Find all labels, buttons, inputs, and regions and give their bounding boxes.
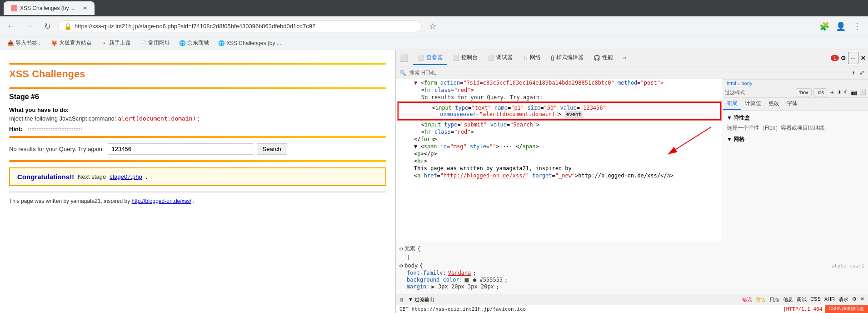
html-line-hr2[interactable]: <hr class="red">	[396, 128, 723, 136]
tab-style-editor[interactable]: {} 样式编辑器	[546, 51, 588, 65]
inspector-pick-button[interactable]: ⬜	[398, 52, 410, 64]
light-theme-button[interactable]: ☀	[837, 89, 842, 96]
trash-icon[interactable]: 🗑	[399, 297, 404, 303]
console-log-tabs: 错误 警告 日志 信息 调试 CSS XHR 请求 ⚙ ✕	[742, 296, 864, 303]
page-title: XSS Challenges	[9, 68, 386, 80]
layout-tab[interactable]: 布局	[723, 98, 741, 110]
console-settings-icon[interactable]: ⚙	[852, 296, 857, 303]
html-tree: ▼ <form action="?sid=c83c5ccf103ec164e18…	[396, 79, 723, 241]
browser-tab[interactable]: XSS Challenges (by ... ✕	[4, 1, 95, 15]
next-stage-link[interactable]: stage07.php	[110, 173, 142, 180]
html-line-span-msg[interactable]: ▼ <span id="msg" style=""> ··· </span>	[396, 143, 723, 150]
bottom-log-text: GET https://xss-quiz.int21h.jp/favicon.i…	[399, 306, 526, 312]
security-icon: 🔒	[64, 23, 72, 30]
devtools-more-button[interactable]: ···	[848, 52, 858, 64]
congrats-text: Congratulations!!	[17, 173, 74, 181]
title-orange-line	[9, 87, 386, 89]
tab-console[interactable]: ⬜ 控制台	[448, 51, 482, 65]
bookmark-xss-label: XSS Challenges (by ...	[226, 40, 281, 46]
bookmark-xss[interactable]: 🌐 XSS Challenges (by ...	[215, 39, 285, 48]
tab-close-btn[interactable]: ✕	[83, 5, 87, 11]
html-line-formclose[interactable]: </form>	[396, 136, 723, 143]
forward-button[interactable]: →	[22, 19, 36, 34]
hov-button[interactable]: :hov	[796, 88, 812, 96]
console-error-label[interactable]: 错误	[742, 296, 752, 303]
breadcrumb-html[interactable]: html	[727, 81, 736, 86]
back-button[interactable]: ←	[4, 19, 18, 34]
console-request-label[interactable]: 请求	[838, 296, 848, 303]
what-text: Inject the following JavaScript command:…	[9, 115, 386, 122]
address-bar[interactable]	[75, 23, 416, 30]
inspector-icon: ⬜	[418, 55, 424, 61]
tab-network[interactable]: ↑↓ 网络	[518, 51, 545, 65]
debugger-icon: ⬜	[488, 55, 494, 61]
dark-theme-button[interactable]: ☾	[844, 89, 849, 96]
prop-semicolon-2: ;	[504, 277, 508, 283]
changes-tab[interactable]: 更改	[765, 98, 783, 110]
bookmark-import-label: 导入书签...	[15, 39, 42, 47]
tab-performance[interactable]: 🎧 性能	[589, 51, 618, 65]
prop-fontfamily: font-family:	[407, 270, 446, 276]
html-line-hr1[interactable]: <hr class="red">	[396, 86, 723, 94]
console-close-icon[interactable]: ✕	[860, 296, 864, 303]
html-line-input[interactable]: <input type="text" name="p1" size="50" v…	[398, 102, 721, 120]
query-row: No results for your Query. Try again: Se…	[9, 143, 386, 155]
cls-button[interactable]: .cls	[813, 88, 828, 96]
console-info-label[interactable]: 信息	[783, 296, 793, 303]
screenshot-button[interactable]: 📷	[851, 89, 858, 96]
flexbox-title: ▼ 弹性盒	[727, 114, 864, 122]
bookmark-star-button[interactable]: ☆	[425, 19, 440, 34]
filter-styles-label: 过滤样式	[725, 89, 745, 96]
html-line-p[interactable]: <p></p>	[396, 150, 723, 157]
bookmark-import[interactable]: 📥 导入书签...	[4, 38, 45, 48]
add-rule-button[interactable]: ＋	[829, 88, 835, 96]
devtools-close-button[interactable]: ✕	[860, 54, 866, 62]
hr2-tag: <hr class="red">	[421, 129, 474, 135]
noresults-text: No results for your Query. Try again:	[421, 94, 543, 101]
hint-label: Hint:	[9, 126, 23, 132]
console-log-label[interactable]: 日志	[769, 296, 779, 303]
element-gear-icon[interactable]: ⚙	[399, 246, 403, 252]
network-label: 网络	[530, 54, 541, 61]
bookmark-common[interactable]: 📄 常用网址	[136, 38, 174, 48]
browser-titlebar: XSS Challenges (by ... ✕	[0, 0, 868, 16]
responsive-button[interactable]: ⬜	[859, 89, 866, 96]
html-line-anchor[interactable]: <a href="http://blogged-on.de/xss/" targ…	[396, 172, 723, 179]
mid-orange-line	[9, 136, 386, 138]
html-line-text[interactable]: No results for your Query. Try again:	[396, 94, 723, 101]
reload-button[interactable]: ↻	[40, 19, 55, 34]
devtools-search-add-button[interactable]: ＋	[851, 69, 857, 77]
extensions-button[interactable]: 🧩	[817, 19, 832, 34]
bookmark-common-label: 常用网址	[148, 39, 170, 47]
devtools-expand-button[interactable]: ⤢	[859, 69, 864, 76]
html-line-form[interactable]: ▼ <form action="?sid=c83c5ccf103ec164e18…	[396, 79, 723, 86]
html-line-submit[interactable]: <input type="submit" value="Search">	[396, 121, 723, 128]
html-line-footertext[interactable]: This page was written by yamagata21, ins…	[396, 165, 723, 172]
bookmark-jd[interactable]: 🌐 京东商城	[175, 38, 213, 48]
bookmark-newuser[interactable]: 🔸 新手上路	[97, 38, 135, 48]
footer-link[interactable]: http://blogged-on.de/xss/	[131, 198, 191, 204]
query-input[interactable]	[108, 143, 253, 155]
html-line-hr3[interactable]: <hr>	[396, 157, 723, 165]
devtools-settings-button[interactable]: ⚙	[841, 55, 846, 61]
element-brace-open: {	[417, 246, 420, 252]
bookmark-firefox[interactable]: 🦊 火狐官方站点	[47, 38, 95, 48]
val-fontfamily[interactable]: Verdana	[448, 270, 471, 276]
console-css-label[interactable]: CSS	[810, 296, 821, 303]
menu-button[interactable]: ⋮	[850, 19, 864, 34]
font-tab[interactable]: 字体	[783, 98, 801, 110]
element-row: ⚙ 元素 {	[399, 245, 864, 252]
calc-tab[interactable]: 计算值	[741, 98, 765, 110]
console-debug-label[interactable]: 调试	[797, 296, 807, 303]
body-gear-icon[interactable]: ⚙	[399, 263, 403, 269]
what-label: What you have to do:	[9, 106, 386, 113]
tab-more[interactable]: »	[619, 52, 631, 65]
console-warning-label[interactable]: 警告	[756, 296, 766, 303]
devtools-search-input[interactable]	[409, 70, 848, 76]
search-button[interactable]: Search	[257, 143, 287, 155]
tab-inspector[interactable]: ⬜ 查看器	[413, 51, 447, 65]
profile-button[interactable]: 👤	[833, 19, 848, 34]
tab-debugger[interactable]: ⬜ 调试器	[483, 51, 517, 65]
console-xhr-label[interactable]: XHR	[824, 296, 835, 303]
breadcrumb-body[interactable]: body	[741, 81, 752, 86]
